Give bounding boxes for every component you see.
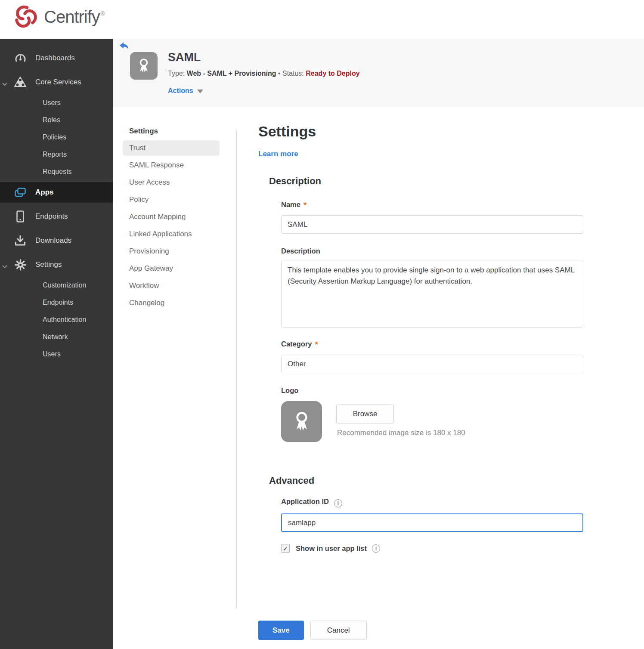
sidebar-item-users-settings[interactable]: Users bbox=[0, 346, 113, 363]
subnav-item-changelog[interactable]: Changelog bbox=[123, 294, 220, 312]
subnav-item-user-access[interactable]: User Access bbox=[123, 174, 220, 191]
sidebar-item-reports[interactable]: Reports bbox=[0, 146, 113, 163]
description-section-heading: Description bbox=[269, 176, 321, 187]
sidebar-item-label: Apps bbox=[35, 188, 54, 197]
name-label: Name* bbox=[281, 201, 307, 210]
info-icon[interactable]: i bbox=[372, 544, 380, 553]
centrify-swirl-icon bbox=[12, 3, 39, 30]
application-id-label: Application IDi bbox=[281, 498, 342, 507]
brand-logo: Centrify ® bbox=[12, 3, 105, 30]
page: SAML Type: Web - SAML + Provisioning • S… bbox=[113, 39, 644, 649]
core-services-submenu: Users Roles Policies Reports Requests bbox=[0, 94, 113, 180]
sidebar-item-users[interactable]: Users bbox=[0, 94, 113, 111]
logo-label: Logo bbox=[281, 386, 298, 395]
meta-separator: • bbox=[278, 70, 281, 77]
sidebar-item-endpoints[interactable]: Endpoints bbox=[0, 204, 113, 229]
subnav-item-account-mapping[interactable]: Account Mapping bbox=[123, 208, 220, 226]
sidebar-item-label: Downloads bbox=[35, 236, 71, 245]
settings-submenu: Customization Endpoints Authentication N… bbox=[0, 277, 113, 363]
recommended-size-text: Recommended image size is 180 x 180 bbox=[337, 429, 465, 437]
description-label: Description bbox=[281, 247, 320, 255]
subnav-heading: Settings bbox=[123, 127, 229, 136]
type-label: Type: bbox=[168, 70, 185, 77]
sidebar-item-dashboards[interactable]: Dashboards bbox=[0, 46, 113, 70]
show-in-user-app-list-checkbox[interactable]: ✓ bbox=[281, 544, 290, 553]
subnav-item-policy[interactable]: Policy bbox=[123, 191, 220, 208]
sidebar: Dashboards Core Services Users Roles Pol… bbox=[0, 39, 113, 649]
topbar: Centrify ® bbox=[0, 0, 644, 39]
form-footer: Save Cancel bbox=[258, 621, 367, 640]
device-icon bbox=[14, 210, 27, 223]
chevron-down-icon bbox=[2, 80, 7, 88]
ribbon-icon bbox=[134, 56, 153, 75]
actions-label: Actions bbox=[168, 87, 193, 95]
show-in-user-app-list-label: Show in user app list bbox=[296, 544, 367, 553]
sidebar-item-core-services[interactable]: Core Services bbox=[0, 70, 113, 94]
subnav-item-saml-response[interactable]: SAML Response bbox=[123, 157, 220, 174]
sidebar-item-downloads[interactable]: Downloads bbox=[0, 229, 113, 253]
app-title: SAML bbox=[168, 51, 201, 64]
subnav-item-trust[interactable]: Trust bbox=[123, 140, 220, 156]
app-header: SAML Type: Web - SAML + Provisioning • S… bbox=[113, 39, 644, 107]
sidebar-item-endpoints-settings[interactable]: Endpoints bbox=[0, 294, 113, 311]
subnav-item-provisioning[interactable]: Provisioning bbox=[123, 243, 220, 260]
sidebar-item-requests[interactable]: Requests bbox=[0, 163, 113, 180]
required-asterisk: * bbox=[303, 201, 307, 210]
gauge-icon bbox=[14, 53, 27, 63]
page-title: Settings bbox=[258, 123, 316, 140]
actions-dropdown[interactable]: Actions bbox=[168, 87, 203, 95]
vertical-divider bbox=[236, 129, 237, 609]
brand-name: Centrify bbox=[44, 7, 100, 27]
sidebar-item-label: Core Services bbox=[35, 78, 81, 87]
subnav-item-linked-applications[interactable]: Linked Applications bbox=[123, 226, 220, 243]
settings-subnav: Settings Trust SAML Response User Access… bbox=[123, 127, 229, 312]
subnav-item-app-gateway[interactable]: App Gateway bbox=[123, 260, 220, 277]
learn-more-link[interactable]: Learn more bbox=[258, 150, 298, 158]
sidebar-item-label: Dashboards bbox=[35, 54, 75, 62]
required-asterisk: * bbox=[315, 340, 318, 349]
sidebar-item-settings[interactable]: Settings bbox=[0, 253, 113, 277]
app-root: Centrify ® Dashboards bbox=[0, 0, 644, 649]
type-value: Web - SAML + Provisioning bbox=[187, 70, 276, 77]
app-meta: Type: Web - SAML + Provisioning • Status… bbox=[168, 70, 360, 77]
brand-trademark: ® bbox=[101, 10, 105, 17]
app-logo-badge bbox=[130, 52, 158, 80]
download-icon bbox=[14, 235, 27, 246]
ribbon-icon bbox=[289, 409, 315, 435]
apps-icon bbox=[14, 188, 27, 197]
category-input[interactable] bbox=[281, 355, 583, 373]
sidebar-item-apps[interactable]: Apps bbox=[0, 182, 113, 203]
app-logo-preview bbox=[281, 401, 322, 442]
core-services-icon bbox=[14, 77, 27, 88]
show-in-user-app-list-row: ✓ Show in user app list i bbox=[281, 544, 380, 553]
sidebar-item-label: Settings bbox=[35, 260, 62, 269]
sidebar-item-policies[interactable]: Policies bbox=[0, 129, 113, 146]
category-label: Category* bbox=[281, 340, 318, 349]
content-area: Settings Trust SAML Response User Access… bbox=[113, 107, 644, 649]
gear-icon bbox=[14, 259, 27, 271]
name-input[interactable] bbox=[281, 215, 583, 234]
advanced-section-heading: Advanced bbox=[269, 475, 314, 486]
caret-down-icon bbox=[197, 90, 203, 93]
cancel-button[interactable]: Cancel bbox=[310, 621, 367, 640]
browse-button[interactable]: Browse bbox=[336, 405, 394, 423]
info-icon[interactable]: i bbox=[334, 499, 342, 507]
sidebar-item-authentication[interactable]: Authentication bbox=[0, 311, 113, 328]
sidebar-item-label: Endpoints bbox=[35, 212, 68, 221]
save-button[interactable]: Save bbox=[258, 621, 304, 640]
chevron-down-icon bbox=[2, 263, 7, 270]
description-textarea[interactable]: This template enables you to provide sin… bbox=[281, 260, 583, 328]
status-value: Ready to Deploy bbox=[306, 70, 359, 77]
sidebar-item-network[interactable]: Network bbox=[0, 328, 113, 346]
application-id-input[interactable] bbox=[281, 513, 583, 532]
status-label: Status: bbox=[282, 70, 304, 77]
sidebar-item-customization[interactable]: Customization bbox=[0, 277, 113, 294]
back-arrow-icon[interactable] bbox=[119, 41, 129, 51]
sidebar-item-roles[interactable]: Roles bbox=[0, 111, 113, 129]
subnav-item-workflow[interactable]: Workflow bbox=[123, 277, 220, 294]
